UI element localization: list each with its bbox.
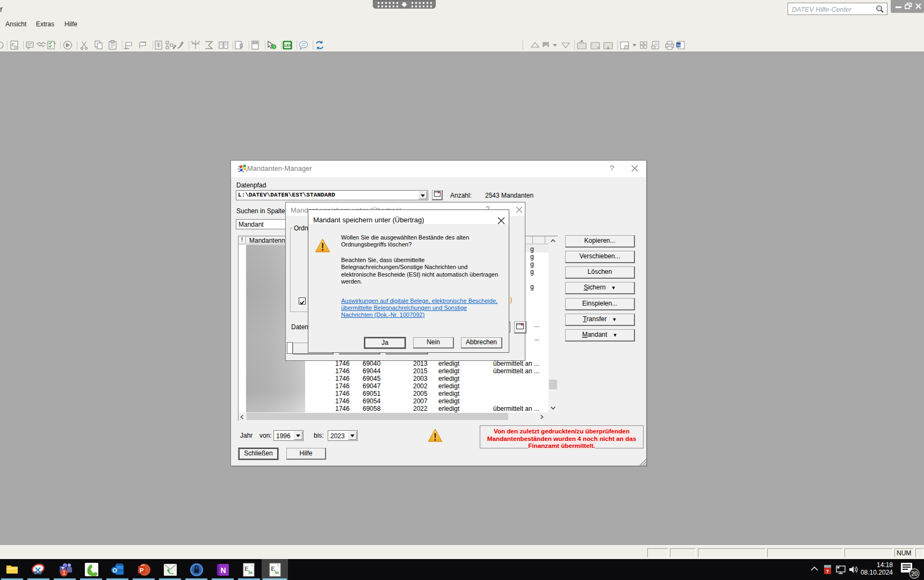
svg-text:N: N [221, 566, 226, 575]
svg-text:St: St [14, 45, 17, 49]
svg-text:P: P [140, 567, 143, 574]
svg-text:?: ? [826, 569, 829, 574]
svg-text:LEX: LEX [285, 44, 292, 47]
svg-text:O: O [113, 567, 118, 574]
svg-text:St: St [248, 570, 252, 575]
svg-text:20: 20 [912, 570, 918, 577]
svg-text:W: W [677, 43, 681, 48]
svg-text:1: 1 [63, 570, 66, 576]
svg-text:St: St [275, 570, 279, 575]
svg-text:?: ? [273, 45, 275, 49]
